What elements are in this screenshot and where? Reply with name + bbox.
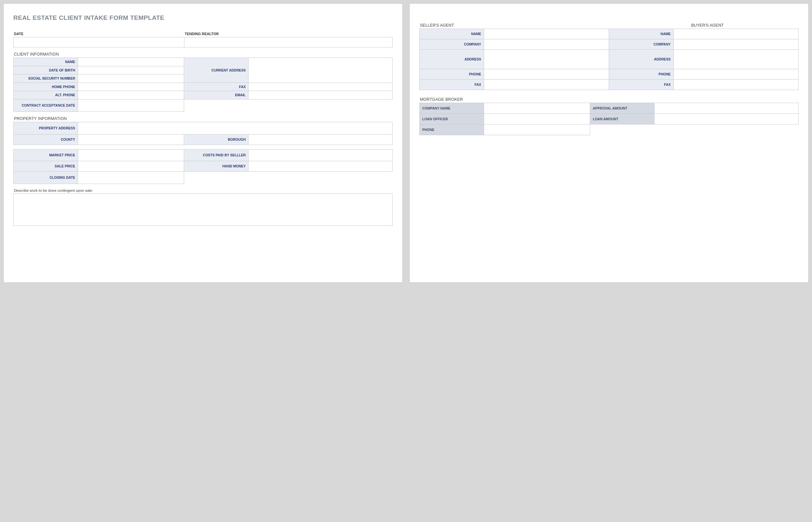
- seller-address-label: ADDRESS: [420, 50, 484, 69]
- county-input[interactable]: [78, 134, 184, 145]
- date-input[interactable]: [13, 37, 184, 47]
- dob-label: DATE OF BIRTH: [14, 66, 78, 75]
- closing-date-label: CLOSING DATE: [14, 171, 78, 184]
- date-label: DATE: [13, 31, 184, 37]
- mortgage-section-header: MORTGAGE BROKER: [420, 97, 799, 102]
- borough-input[interactable]: [249, 134, 393, 145]
- ssn-label: SOCIAL SECURITY NUMBER: [14, 75, 78, 83]
- home-phone-input[interactable]: [78, 83, 184, 91]
- market-price-label: MARKET PRICE: [14, 149, 78, 161]
- contract-date-input[interactable]: [78, 99, 184, 112]
- seller-company-label: COMPANY: [420, 39, 484, 50]
- seller-phone-label: PHONE: [420, 69, 484, 80]
- costs-paid-input[interactable]: [249, 149, 393, 161]
- property-address-input[interactable]: [78, 122, 393, 134]
- market-price-input[interactable]: [78, 149, 184, 161]
- buyer-name-label: NAME: [609, 29, 673, 39]
- buyer-fax-input[interactable]: [673, 80, 798, 90]
- property-address-label: PROPERTY ADDRESS: [14, 122, 78, 134]
- describe-input[interactable]: [13, 194, 393, 226]
- home-phone-label: HOME PHONE: [14, 83, 78, 91]
- name-label: NAME: [14, 58, 78, 66]
- costs-paid-label: COSTS PAID BY SELLLER: [184, 149, 249, 161]
- email-label: EMAIL: [184, 91, 249, 99]
- county-label: COUNTY: [14, 134, 78, 145]
- seller-company-input[interactable]: [484, 39, 609, 50]
- alt-phone-input[interactable]: [78, 91, 184, 99]
- closing-date-input[interactable]: [78, 171, 184, 184]
- ssn-input[interactable]: [78, 75, 184, 83]
- tending-realtor-input[interactable]: [184, 37, 393, 47]
- mortgage-table: COMPANY NAME APPROVAL AMOUNT LOAN OFFICE…: [419, 103, 799, 135]
- company-name-label: COMPANY NAME: [420, 103, 484, 114]
- page-2: SELLER'S AGENT BUYER'S AGENT NAME NAME C…: [409, 3, 809, 283]
- agents-table: NAME NAME COMPANY COMPANY ADDRESS ADDRES…: [419, 28, 799, 90]
- broker-phone-input[interactable]: [484, 124, 590, 135]
- buyer-name-input[interactable]: [673, 29, 798, 39]
- contract-date-label: CONTRACT ACCEPTANCE DATE: [14, 99, 78, 112]
- broker-phone-label: PHONE: [420, 124, 484, 135]
- property-info-table: PROPERTY ADDRESS COUNTY BOROUGH MARKET P…: [13, 122, 393, 184]
- seller-address-input[interactable]: [484, 50, 609, 69]
- buyer-company-input[interactable]: [673, 39, 798, 50]
- seller-fax-label: FAX: [420, 80, 484, 90]
- fax-input[interactable]: [249, 83, 393, 91]
- seller-name-input[interactable]: [484, 29, 609, 39]
- alt-phone-label: ALT. PHONE: [14, 91, 78, 99]
- borough-label: BOROUGH: [184, 134, 249, 145]
- top-fields-table: DATE TENDING REALTOR: [13, 31, 393, 47]
- approval-amount-input[interactable]: [655, 103, 799, 114]
- buyer-fax-label: FAX: [609, 80, 673, 90]
- describe-label: Describe work to be done contingent upon…: [14, 188, 393, 193]
- current-address-label: CURRENT ADDRESS: [184, 58, 249, 83]
- approval-amount-label: APPROVAL AMOUNT: [590, 103, 655, 114]
- seller-phone-input[interactable]: [484, 69, 609, 80]
- email-input[interactable]: [249, 91, 393, 99]
- loan-amount-label: LOAN AMOUNT: [590, 114, 655, 124]
- hand-money-input[interactable]: [249, 161, 393, 171]
- buyer-phone-label: PHONE: [609, 69, 673, 80]
- current-address-input[interactable]: [249, 58, 393, 83]
- buyer-address-input[interactable]: [673, 50, 798, 69]
- buyer-address-label: ADDRESS: [609, 50, 673, 69]
- fax-label: FAX: [184, 83, 249, 91]
- client-section-header: CLIENT INFORMATION: [14, 52, 393, 57]
- property-section-header: PROPERTY INFORMATION: [14, 116, 393, 121]
- seller-fax-input[interactable]: [484, 80, 609, 90]
- buyers-agent-header: BUYER'S AGENT: [616, 23, 799, 28]
- page-1: REAL ESTATE CLIENT INTAKE FORM TEMPLATE …: [3, 3, 403, 283]
- loan-officer-input[interactable]: [484, 114, 590, 124]
- name-input[interactable]: [78, 58, 184, 66]
- form-title: REAL ESTATE CLIENT INTAKE FORM TEMPLATE: [13, 14, 393, 21]
- hand-money-label: HAND MONEY: [184, 161, 249, 171]
- buyer-phone-input[interactable]: [673, 69, 798, 80]
- seller-name-label: NAME: [420, 29, 484, 39]
- company-name-input[interactable]: [484, 103, 590, 114]
- dob-input[interactable]: [78, 66, 184, 75]
- sellers-agent-header: SELLER'S AGENT: [420, 23, 602, 28]
- tending-realtor-label: TENDING REALTOR: [184, 31, 393, 37]
- buyer-company-label: COMPANY: [609, 39, 673, 50]
- loan-officer-label: LOAN OFFICER: [420, 114, 484, 124]
- sale-price-label: SALE PRICE: [14, 161, 78, 171]
- client-info-table: NAME CURRENT ADDRESS DATE OF BIRTH SOCIA…: [13, 58, 393, 112]
- sale-price-input[interactable]: [78, 161, 184, 171]
- loan-amount-input[interactable]: [655, 114, 799, 124]
